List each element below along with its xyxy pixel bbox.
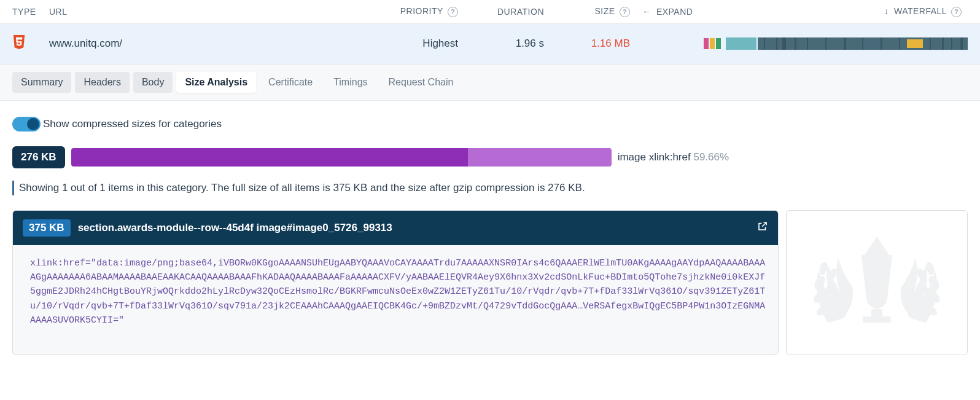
svg-rect-16	[871, 309, 882, 316]
category-size-meta: image xlink:href 59.66%	[618, 151, 729, 163]
arrow-left-icon: ←	[642, 7, 651, 17]
category-size-badge: 276 KB	[12, 146, 65, 168]
tab-headers[interactable]: Headers	[75, 72, 129, 93]
expand-button[interactable]: ← EXPAND	[642, 7, 704, 17]
svg-rect-17	[863, 316, 891, 323]
tab-certificate[interactable]: Certificate	[260, 72, 321, 93]
url-cell: www.unitq.com/	[49, 37, 384, 50]
arrow-down-icon: ↓	[884, 6, 889, 16]
award-laurel-icon	[794, 218, 960, 347]
tab-bar: Summary Headers Body Size Analysis Certi…	[0, 65, 980, 101]
toggle-knob-icon	[27, 118, 39, 130]
help-icon[interactable]: ?	[620, 7, 630, 17]
tab-size-analysis[interactable]: Size Analysis	[176, 72, 256, 93]
tab-body[interactable]: Body	[133, 72, 173, 93]
open-external-icon[interactable]	[757, 221, 768, 235]
size-cell: 1.16 MB	[569, 37, 642, 50]
tab-request-chain[interactable]: Request Chain	[380, 72, 462, 93]
waterfall-bar	[704, 37, 968, 50]
preview-thumbnail	[786, 210, 968, 355]
category-size-bar[interactable]	[71, 148, 612, 167]
col-header-priority-label: PRIORITY	[400, 6, 443, 16]
item-body-code: xlink:href="data:image/png;base64,iVBORw…	[13, 245, 778, 342]
col-header-size: SIZE ?	[569, 6, 642, 17]
svg-point-2	[812, 274, 827, 291]
html5-icon	[12, 35, 26, 50]
col-header-size-label: SIZE	[594, 6, 615, 16]
col-header-priority: PRIORITY ?	[384, 6, 483, 17]
resource-type-cell	[12, 35, 49, 53]
col-header-duration: DURATION	[483, 7, 569, 17]
tab-summary[interactable]: Summary	[12, 72, 71, 93]
category-label: image xlink:href	[618, 151, 691, 163]
category-pct: 59.66%	[693, 151, 729, 163]
item-title: section.awards-module--row--45d4f image#…	[78, 222, 750, 234]
col-header-type: TYPE	[12, 7, 49, 17]
svg-point-10	[927, 274, 941, 291]
compressed-sizes-toggle[interactable]	[12, 117, 41, 131]
help-icon[interactable]: ?	[448, 7, 458, 17]
network-table-header: TYPE URL PRIORITY ? DURATION SIZE ? ← EX…	[0, 0, 980, 24]
col-header-waterfall: ↓ WATERFALL ?	[704, 6, 968, 17]
expand-label: EXPAND	[656, 7, 693, 17]
toggle-label: Show compressed sizes for categories	[43, 118, 222, 130]
size-item-header: 375 KB section.awards-module--row--45d4f…	[13, 211, 778, 245]
size-item: 375 KB section.awards-module--row--45d4f…	[12, 210, 779, 355]
network-table-row[interactable]: www.unitq.com/ Highest 1.96 s 1.16 MB	[0, 24, 980, 65]
duration-cell: 1.96 s	[483, 37, 569, 50]
priority-cell: Highest	[384, 37, 483, 50]
tab-timings[interactable]: Timings	[325, 72, 376, 93]
col-header-url: URL	[49, 7, 384, 17]
waterfall-label: WATERFALL	[894, 6, 947, 16]
category-info-line: Showing 1 out of 1 items in this categor…	[12, 181, 968, 195]
item-size-badge: 375 KB	[23, 219, 71, 237]
help-icon[interactable]: ?	[951, 7, 962, 17]
